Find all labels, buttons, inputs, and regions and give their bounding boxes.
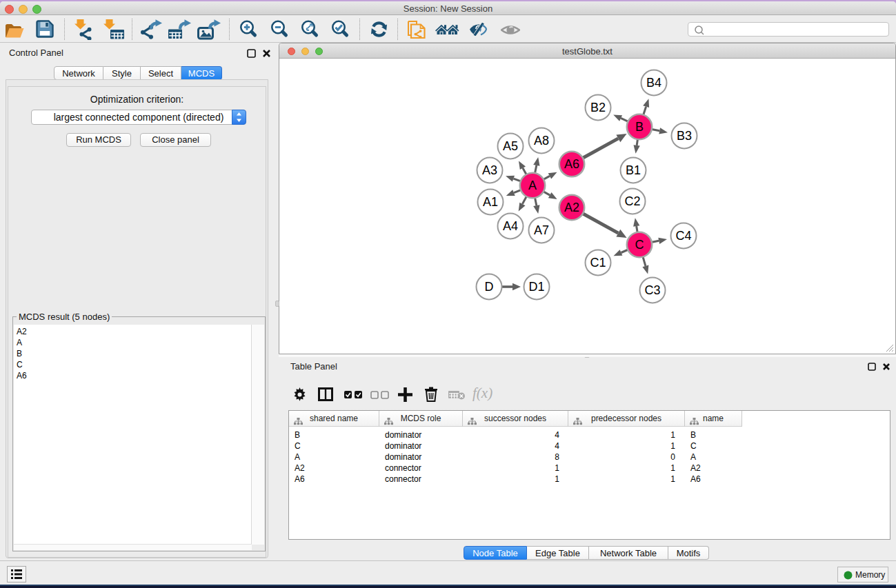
svg-text:B: B bbox=[635, 120, 644, 134]
svg-text:A: A bbox=[528, 179, 537, 192]
svg-text:B3: B3 bbox=[677, 129, 692, 143]
svg-text:A7: A7 bbox=[534, 223, 549, 237]
svg-text:B2: B2 bbox=[590, 101, 606, 114]
svg-text:A8: A8 bbox=[534, 134, 549, 148]
svg-text:D1: D1 bbox=[528, 280, 544, 294]
svg-text:A2: A2 bbox=[564, 201, 579, 214]
svg-text:A1: A1 bbox=[483, 195, 498, 209]
svg-text:A4: A4 bbox=[503, 219, 518, 233]
svg-text:C4: C4 bbox=[675, 229, 691, 243]
svg-text:B1: B1 bbox=[626, 163, 641, 177]
svg-text:C2: C2 bbox=[624, 194, 640, 208]
svg-text:C3: C3 bbox=[644, 283, 660, 297]
svg-text:C1: C1 bbox=[590, 256, 606, 270]
svg-text:A5: A5 bbox=[503, 139, 518, 153]
svg-text:A3: A3 bbox=[482, 163, 497, 177]
svg-text:A6: A6 bbox=[564, 157, 579, 171]
svg-text:D: D bbox=[485, 280, 494, 294]
svg-text:B4: B4 bbox=[646, 76, 661, 90]
svg-text:C: C bbox=[635, 238, 644, 252]
